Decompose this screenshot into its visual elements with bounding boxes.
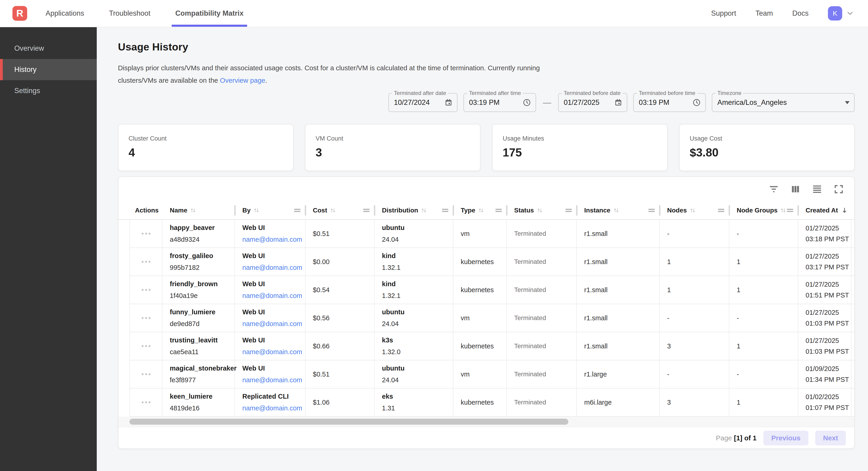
stat-card-usage-cost: Usage Cost $3.80 (679, 124, 855, 171)
created-time: 01:03 PM PST (806, 348, 851, 355)
sort-unsorted-icon (613, 207, 620, 214)
row-actions-button[interactable] (129, 388, 162, 416)
clock-icon[interactable] (519, 98, 531, 107)
brand-logo[interactable]: R (12, 6, 27, 21)
user-email-link[interactable]: name@domain.com (242, 264, 305, 271)
sidebar-item-settings[interactable]: Settings (0, 80, 97, 101)
user-email-link[interactable]: name@domain.com (242, 404, 305, 412)
cell-cost: $0.00 (306, 248, 375, 275)
fullscreen-icon[interactable] (833, 184, 844, 195)
node-groups-value: - (737, 230, 798, 238)
nav-link-docs[interactable]: Docs (792, 9, 809, 18)
calendar-icon[interactable] (610, 99, 622, 107)
instance-value: r1.large (584, 371, 659, 378)
filter-icon[interactable] (769, 184, 779, 195)
column-header-created[interactable]: Created At (798, 201, 851, 219)
cell-type: vm (453, 304, 507, 332)
column-header-name[interactable]: Name (162, 201, 235, 219)
sidebar-item-history[interactable]: History (0, 59, 97, 80)
row-actions-button[interactable] (129, 332, 162, 360)
cell-name: trusting_leavittcae5ea11 (162, 332, 235, 360)
column-header-node_groups[interactable]: Node Groups (729, 201, 798, 219)
row-actions-button[interactable] (129, 276, 162, 304)
status-badge: Terminated (514, 258, 576, 265)
timezone-select[interactable]: Timezone America/Los_Angeles (712, 93, 855, 112)
created-date: 01/27/2025 (806, 309, 851, 316)
column-header-type[interactable]: Type (453, 201, 507, 219)
column-drag-icon[interactable] (565, 209, 572, 212)
cell-cost: $0.56 (306, 304, 375, 332)
cluster-id: 1f40a19e (170, 292, 235, 300)
cell-status: Terminated (507, 388, 577, 416)
terminated-before-date-field[interactable]: Terminated before date 01/27/2025 (558, 93, 627, 112)
user-email-link[interactable]: name@domain.com (242, 376, 305, 384)
cell-distribution: eks1.31 (375, 388, 453, 416)
column-header-instance[interactable]: Instance (577, 201, 660, 219)
row-actions-button[interactable] (129, 304, 162, 332)
cluster-id: 995b7182 (170, 264, 235, 271)
tab-compatibility-matrix[interactable]: Compatibility Matrix (172, 0, 247, 27)
density-icon[interactable] (812, 184, 823, 195)
column-drag-icon[interactable] (787, 209, 793, 212)
cell-cost: $0.66 (306, 332, 375, 360)
nav-link-team[interactable]: Team (755, 9, 773, 18)
column-drag-icon[interactable] (718, 209, 724, 212)
terminated-after-date-field[interactable]: Terminated after date 10/27/2024 (389, 93, 458, 112)
row-actions-button[interactable] (129, 220, 162, 247)
column-label: Node Groups (737, 207, 777, 214)
distribution-name: k3s (382, 336, 453, 344)
columns-icon[interactable] (790, 184, 801, 195)
tab-applications[interactable]: Applications (42, 0, 88, 27)
terminated-after-time-field[interactable]: Terminated after time 03:19 PM (464, 93, 536, 112)
row-actions-button[interactable] (129, 360, 162, 388)
column-header-cost[interactable]: Cost (306, 201, 375, 219)
avatar[interactable]: K (828, 6, 842, 21)
sidebar-item-overview[interactable]: Overview (0, 38, 97, 59)
nodes-value: 1 (667, 286, 729, 294)
overview-page-link[interactable]: Overview page (220, 77, 266, 84)
user-email-link[interactable]: name@domain.com (242, 292, 305, 300)
user-email-link[interactable]: name@domain.com (242, 236, 305, 243)
ellipsis-icon (142, 402, 144, 403)
column-drag-icon[interactable] (648, 209, 655, 212)
horizontal-scrollbar-track[interactable] (118, 417, 854, 427)
cell-name: keen_lumiere4819de16 (162, 388, 235, 416)
cluster-name: funny_lumiere (170, 308, 235, 316)
cluster-id: fe3f8977 (170, 376, 235, 384)
cell-node_groups: - (729, 304, 798, 332)
table-row: friendly_brown1f40a19eWeb UIname@domain.… (129, 276, 854, 304)
column-header-nodes[interactable]: Nodes (660, 201, 729, 219)
column-drag-icon[interactable] (294, 209, 300, 212)
column-header-distribution[interactable]: Distribution (375, 201, 453, 219)
node-groups-value: 1 (737, 286, 798, 294)
cell-by: Replicated CLIname@domain.com (235, 388, 306, 416)
horizontal-scrollbar-thumb[interactable] (129, 419, 568, 425)
cell-node_groups: - (729, 220, 798, 247)
calendar-icon[interactable] (440, 99, 453, 107)
row-actions-button[interactable] (129, 248, 162, 275)
account-menu[interactable]: K (828, 6, 854, 21)
node-groups-value: 1 (737, 258, 798, 266)
cell-by: Web UIname@domain.com (235, 276, 306, 304)
cell-node_groups: 1 (729, 332, 798, 360)
top-nav: R Applications Troubleshoot Compatibilit… (0, 0, 868, 27)
type-value: vm (461, 314, 506, 322)
user-email-link[interactable]: name@domain.com (242, 348, 305, 356)
column-label: Type (461, 207, 475, 214)
ellipsis-icon (142, 317, 144, 319)
terminated-before-time-field[interactable]: Terminated before time 03:19 PM (633, 93, 706, 112)
previous-page-button[interactable]: Previous (764, 431, 808, 445)
column-header-status[interactable]: Status (507, 201, 577, 219)
cluster-id: de9ed87d (170, 320, 235, 328)
tab-troubleshoot[interactable]: Troubleshoot (105, 0, 154, 27)
next-page-button[interactable]: Next (815, 431, 846, 445)
clock-icon[interactable] (688, 98, 701, 107)
column-drag-icon[interactable] (496, 209, 502, 212)
column-drag-icon[interactable] (363, 209, 370, 212)
cluster-name: magical_stonebraker (170, 364, 235, 372)
user-email-link[interactable]: name@domain.com (242, 320, 305, 328)
column-drag-icon[interactable] (442, 209, 448, 212)
sort-unsorted-icon (477, 207, 485, 214)
column-header-by[interactable]: By (235, 201, 306, 219)
nav-link-support[interactable]: Support (711, 9, 736, 18)
